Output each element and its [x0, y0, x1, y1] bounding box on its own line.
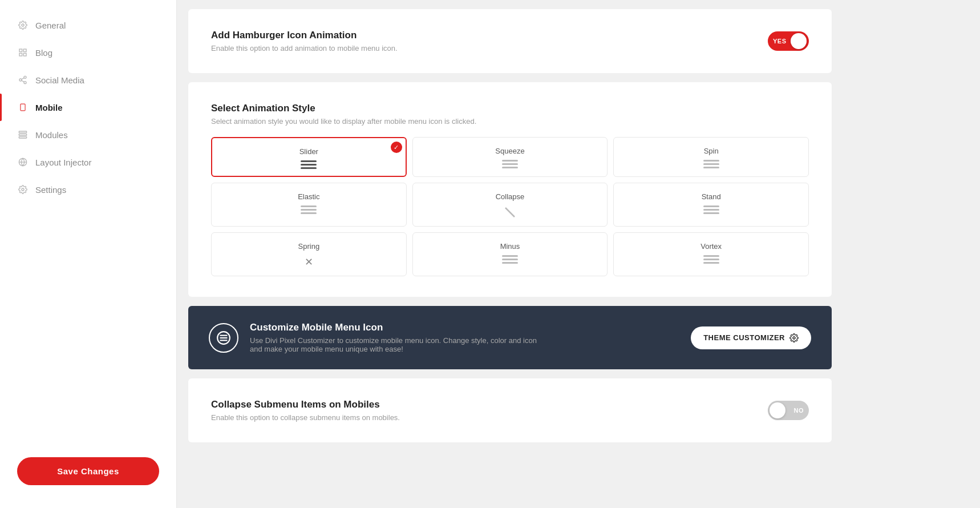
anim-vortex[interactable]: Vortex — [613, 232, 809, 276]
svg-line-18 — [505, 208, 515, 217]
svg-point-7 — [24, 82, 26, 84]
anim-stand-label: Stand — [619, 192, 803, 201]
save-changes-button[interactable]: Save Changes — [17, 457, 159, 485]
svg-rect-3 — [19, 53, 22, 56]
svg-rect-1 — [19, 49, 22, 52]
anim-spring-label: Spring — [217, 242, 400, 251]
svg-point-23 — [793, 337, 795, 339]
sidebar-label-modules: Modules — [35, 130, 68, 140]
toggle-no-label: NO — [794, 407, 804, 414]
settings-icon — [17, 184, 29, 195]
hamburger-title: Add Hamburger Icon Animation — [211, 30, 398, 41]
collapse-label-group: Collapse Submenu Items on Mobiles Enable… — [211, 399, 400, 422]
mobile-icon — [17, 102, 29, 113]
anim-squeeze-label: Squeeze — [419, 147, 602, 155]
sidebar: General Blog Social Media Mobile — [0, 0, 177, 508]
sidebar-item-layout-injector[interactable]: Layout Injector — [0, 148, 176, 176]
toggle-yes-label: YES — [773, 38, 787, 45]
toggle-knob — [791, 33, 807, 49]
anim-collapse-label: Collapse — [419, 192, 602, 201]
vortex-icon — [619, 255, 803, 264]
collapse-desc: Enable this option to collapse submenu i… — [211, 413, 400, 422]
hamburger-toggle[interactable]: YES — [768, 31, 809, 51]
svg-point-0 — [22, 24, 24, 26]
collapse-setting-row: Collapse Submenu Items on Mobiles Enable… — [211, 399, 809, 422]
svg-point-6 — [19, 79, 22, 81]
sidebar-label-social-media: Social Media — [35, 75, 84, 85]
cross-icon: ✕ — [305, 257, 313, 267]
right-panel — [843, 0, 980, 508]
theme-customizer-button[interactable]: THEME CUSTOMIZER — [691, 326, 811, 349]
hamburger-desc: Enable this option to add animation to m… — [211, 44, 398, 53]
sidebar-item-general[interactable]: General — [0, 11, 176, 39]
anim-spin-label: Spin — [619, 147, 803, 155]
svg-point-17 — [22, 188, 24, 191]
anim-collapse[interactable]: Collapse — [412, 183, 608, 227]
main-content: Add Hamburger Icon Animation Enable this… — [177, 0, 843, 508]
anim-slider[interactable]: ✓ Slider — [211, 137, 407, 177]
sidebar-item-mobile[interactable]: Mobile — [0, 94, 176, 121]
blog-icon — [17, 47, 29, 58]
gear-icon — [17, 19, 29, 31]
promo-left: Customize Mobile Menu Icon Use Divi Pixe… — [209, 322, 546, 353]
anim-spring[interactable]: Spring ✕ — [211, 232, 407, 276]
promo-card: Customize Mobile Menu Icon Use Divi Pixe… — [188, 306, 832, 369]
animation-title: Select Animation Style — [211, 103, 809, 114]
svg-rect-2 — [23, 49, 26, 52]
spring-icon: ✕ — [217, 255, 400, 269]
anim-elastic[interactable]: Elastic — [211, 183, 407, 227]
svg-rect-12 — [19, 131, 26, 133]
spin-icon — [619, 160, 803, 168]
collapse-submenu-card: Collapse Submenu Items on Mobiles Enable… — [188, 378, 832, 442]
elastic-icon — [217, 205, 400, 214]
anim-minus-label: Minus — [419, 242, 602, 251]
selected-check: ✓ — [391, 142, 402, 153]
anim-elastic-label: Elastic — [217, 192, 400, 201]
save-btn-container: Save Changes — [0, 440, 176, 497]
promo-text: Customize Mobile Menu Icon Use Divi Pixe… — [250, 322, 546, 353]
gear-icon-btn — [789, 333, 799, 342]
svg-line-8 — [22, 80, 25, 82]
promo-title: Customize Mobile Menu Icon — [250, 322, 546, 333]
collapse-icon — [419, 205, 602, 219]
sidebar-item-modules[interactable]: Modules — [0, 121, 176, 148]
svg-line-9 — [22, 78, 25, 79]
sidebar-label-general: General — [35, 21, 66, 30]
modules-icon — [17, 129, 29, 140]
animation-label-group: Select Animation Style Select animation … — [211, 103, 809, 126]
sidebar-label-settings: Settings — [35, 185, 66, 195]
collapse-toggle[interactable]: NO — [768, 401, 809, 420]
sidebar-label-blog: Blog — [35, 48, 52, 58]
hamburger-setting-row: Add Hamburger Icon Animation Enable this… — [211, 30, 809, 53]
sidebar-item-settings[interactable]: Settings — [0, 176, 176, 203]
menu-icon-circle — [209, 323, 238, 353]
sidebar-item-social-media[interactable]: Social Media — [0, 66, 176, 94]
sidebar-item-blog[interactable]: Blog — [0, 39, 176, 66]
slider-icon — [218, 160, 400, 169]
hamburger-label-group: Add Hamburger Icon Animation Enable this… — [211, 30, 398, 53]
hamburger-card: Add Hamburger Icon Animation Enable this… — [188, 9, 832, 73]
anim-stand[interactable]: Stand — [613, 183, 809, 227]
share-icon — [17, 74, 29, 86]
animation-desc: Select animation style you would like to… — [211, 117, 809, 126]
svg-rect-14 — [19, 136, 26, 138]
sidebar-label-layout-injector: Layout Injector — [35, 158, 91, 167]
animation-grid: ✓ Slider Squeeze Spin — [211, 137, 809, 276]
anim-spin[interactable]: Spin — [613, 137, 809, 177]
anim-slider-label: Slider — [218, 147, 400, 156]
anim-squeeze[interactable]: Squeeze — [412, 137, 608, 177]
promo-desc: Use Divi Pixel Customizer to customize m… — [250, 336, 546, 353]
svg-rect-4 — [23, 53, 26, 56]
squeeze-icon — [419, 160, 602, 168]
collapse-toggle-knob — [770, 402, 785, 418]
anim-minus[interactable]: Minus — [412, 232, 608, 276]
collapse-title: Collapse Submenu Items on Mobiles — [211, 399, 400, 410]
stand-icon — [619, 205, 803, 214]
anim-vortex-label: Vortex — [619, 242, 803, 251]
layout-icon — [17, 156, 29, 168]
animation-style-card: Select Animation Style Select animation … — [188, 82, 832, 297]
minus-icon — [419, 255, 602, 264]
sidebar-label-mobile: Mobile — [35, 103, 63, 112]
theme-customizer-label: THEME CUSTOMIZER — [703, 333, 785, 342]
svg-point-5 — [24, 76, 26, 78]
